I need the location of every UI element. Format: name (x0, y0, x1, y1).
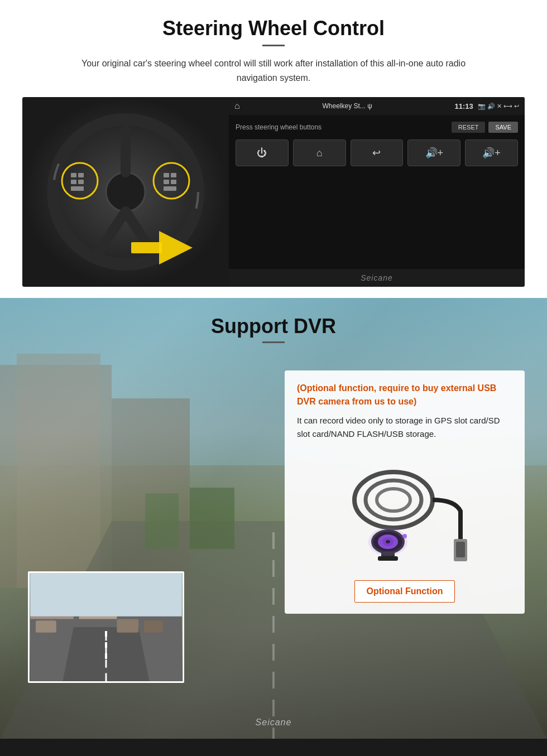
title-divider (262, 45, 285, 46)
steering-wheel-image (22, 97, 229, 287)
wk-btn-power[interactable]: ⏻ (236, 139, 289, 166)
svg-point-42 (377, 489, 410, 511)
svg-rect-27 (190, 488, 234, 549)
svg-rect-51 (378, 556, 398, 561)
svg-rect-9 (78, 173, 84, 177)
dvr-thumbnail-image (28, 571, 184, 683)
home-icon: ⌂ (234, 101, 240, 111)
svg-rect-17 (164, 186, 176, 191)
dvr-seicane-watermark: Seicane (256, 718, 292, 728)
status-icons: 📷 🔊 ✕ ⟷ ↩ (478, 103, 519, 110)
svg-rect-44 (456, 542, 465, 557)
svg-rect-8 (71, 173, 76, 177)
bottom-bar (0, 739, 547, 756)
save-button[interactable]: SAVE (488, 122, 518, 133)
svg-point-53 (402, 534, 407, 538)
optional-function-button[interactable]: Optional Function (354, 580, 455, 603)
steering-ui-panel: ⌂ Wheelkey St... ψ 11:13 📷 🔊 ✕ ⟷ ↩ Press… (229, 97, 525, 287)
wheelkey-content: Press steering wheel buttons RESET SAVE … (229, 115, 525, 269)
wk-btn-vol-up[interactable]: 🔊+ (407, 139, 460, 166)
svg-rect-12 (71, 186, 84, 191)
dvr-thumbnail-road-scene (30, 573, 183, 681)
wk-btn-back[interactable]: ↩ (351, 139, 404, 166)
seicane-watermark-1: Seicane (229, 269, 525, 287)
dvr-title-divider (262, 341, 285, 343)
wk-btn-home[interactable]: ⌂ (293, 139, 346, 166)
dvr-product-image (297, 450, 512, 572)
svg-rect-14 (171, 173, 176, 177)
wheelkey-label: Press steering wheel buttons (236, 123, 322, 131)
svg-rect-34 (36, 621, 56, 633)
svg-line-3 (98, 211, 126, 253)
wk-btn-vol-down[interactable]: 🔊+ (465, 139, 518, 166)
dvr-info-card: (Optional function, require to buy exter… (285, 370, 525, 614)
android-status-bar: ⌂ Wheelkey St... ψ 11:13 📷 🔊 ✕ ⟷ ↩ (229, 97, 525, 115)
svg-rect-22 (17, 354, 100, 588)
section1-title: Steering Wheel Control (22, 17, 525, 40)
svg-rect-19 (131, 242, 162, 253)
svg-rect-16 (171, 180, 176, 184)
dvr-optional-note: (Optional function, require to buy exter… (297, 382, 512, 408)
dvr-description: It can record video only to storage in G… (297, 414, 512, 441)
svg-rect-32 (117, 619, 138, 633)
svg-rect-39 (30, 573, 182, 617)
reset-button[interactable]: RESET (452, 122, 486, 133)
svg-rect-11 (78, 180, 84, 184)
svg-rect-33 (144, 621, 163, 633)
svg-rect-10 (71, 180, 76, 184)
steering-composite-image: ⌂ Wheelkey St... ψ 11:13 📷 🔊 ✕ ⟷ ↩ Press… (22, 97, 525, 287)
steering-wheel-svg (42, 108, 209, 276)
svg-point-1 (106, 172, 145, 211)
dvr-title: Support DVR (0, 298, 547, 338)
svg-marker-30 (63, 627, 149, 681)
svg-rect-26 (145, 493, 179, 549)
svg-point-41 (366, 480, 421, 519)
thumbnail-svg (30, 573, 183, 681)
dvr-section: Support DVR (Opti (0, 298, 547, 739)
app-name-text: Wheelkey St... ψ (244, 102, 450, 110)
svg-rect-13 (164, 173, 169, 177)
wheelkey-buttons-grid: ⏻ ⌂ ↩ 🔊+ 🔊+ (236, 139, 518, 166)
steering-wheel-section: Steering Wheel Control Your original car… (0, 0, 547, 298)
wheelkey-header: Press steering wheel buttons RESET SAVE (236, 122, 518, 133)
section1-description: Your original car's steering wheel contr… (64, 56, 483, 85)
svg-point-52 (368, 528, 407, 556)
status-time: 11:13 (455, 102, 473, 110)
dvr-camera-illustration (332, 455, 477, 567)
svg-rect-15 (164, 180, 169, 184)
